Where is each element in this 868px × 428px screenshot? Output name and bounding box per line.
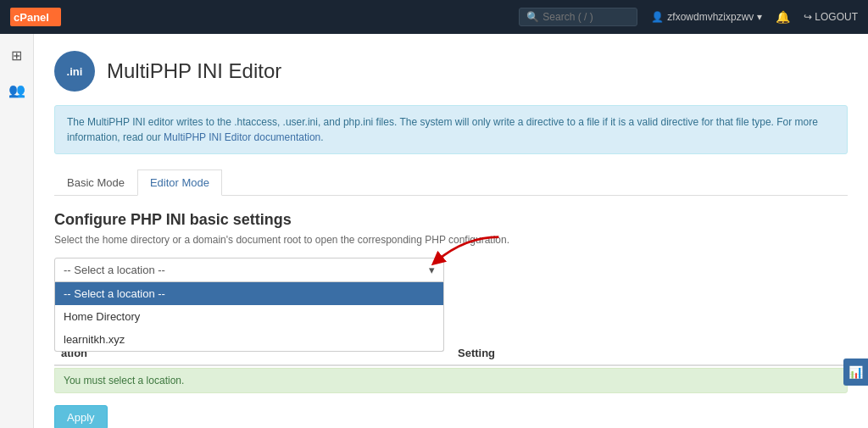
- dropdown-option-learnitkh[interactable]: learnitkh.xyz: [55, 328, 443, 351]
- logout-icon: ↪: [804, 11, 812, 23]
- search-box[interactable]: 🔍: [519, 8, 637, 26]
- navbar-right: 🔍 👤 zfxowdmvhzixpzwv ▾ 🔔 ↪ LOGOUT: [519, 8, 858, 26]
- location-dropdown-trigger[interactable]: -- Select a location -- ▾: [54, 258, 444, 282]
- section-subtitle: Select the home directory or a domain's …: [54, 234, 848, 246]
- nav-user-menu[interactable]: 👤 zfxowdmvhzixpzwv ▾: [651, 11, 762, 23]
- logout-label: LOGOUT: [815, 11, 858, 23]
- user-chevron-icon: ▾: [757, 11, 762, 23]
- tab-basic-mode[interactable]: Basic Mode: [54, 170, 137, 196]
- notifications-bell[interactable]: 🔔: [776, 10, 790, 24]
- user-icon: 👤: [651, 11, 664, 23]
- search-input[interactable]: [542, 11, 627, 23]
- main-content: .ini MultiPHP INI Editor The MultiPHP IN…: [34, 34, 868, 428]
- info-link[interactable]: MultiPHP INI Editor documentation: [164, 131, 320, 143]
- layout: ⊞ 👥 .ini MultiPHP INI Editor The MultiPH…: [0, 34, 868, 428]
- sidebar: ⊞ 👥: [0, 34, 34, 428]
- apply-button[interactable]: Apply: [54, 405, 108, 428]
- username-label: zfxowdmvhzixpzwv: [667, 11, 754, 23]
- dropdown-open-container: -- Select a location -- ▾ -- Select a lo…: [54, 258, 444, 282]
- section-title: Configure PHP INI basic settings: [54, 211, 848, 229]
- tab-editor-mode[interactable]: Editor Mode: [137, 170, 222, 196]
- dropdown-chevron-icon: ▾: [429, 264, 435, 276]
- sidebar-users-icon[interactable]: 👥: [3, 77, 31, 103]
- cpanel-logo: cPanel: [10, 8, 61, 26]
- svg-text:cPanel: cPanel: [14, 11, 49, 24]
- page-icon-text: .ini: [67, 65, 83, 78]
- logout-button[interactable]: ↪ LOGOUT: [804, 11, 858, 23]
- dropdown-option-select[interactable]: -- Select a location --: [55, 282, 443, 305]
- navbar-left: cPanel: [10, 8, 61, 26]
- dropdown-arrow-container: -- Select a location -- ▾ -- Select a lo…: [54, 258, 848, 282]
- page-header: .ini MultiPHP INI Editor: [54, 51, 848, 92]
- search-icon: 🔍: [526, 11, 539, 23]
- sidebar-grid-icon[interactable]: ⊞: [6, 42, 27, 69]
- validation-message: You must select a location.: [54, 368, 848, 393]
- page-title: MultiPHP INI Editor: [107, 59, 281, 83]
- location-dropdown-menu: -- Select a location -- Home Directory l…: [54, 282, 444, 352]
- tabs-container: Basic Mode Editor Mode: [54, 170, 848, 196]
- stats-button[interactable]: 📊: [843, 359, 868, 386]
- dropdown-selected-label: -- Select a location --: [64, 264, 165, 276]
- table-header-setting: Setting: [451, 347, 848, 359]
- info-box: The MultiPHP INI editor writes to the .h…: [54, 105, 848, 154]
- cpanel-logo-svg: cPanel: [10, 8, 61, 26]
- navbar: cPanel 🔍 👤 zfxowdmvhzixpzwv ▾ 🔔 ↪ LOGOUT: [0, 0, 868, 34]
- page-icon: .ini: [54, 51, 95, 92]
- dropdown-option-home[interactable]: Home Directory: [55, 305, 443, 328]
